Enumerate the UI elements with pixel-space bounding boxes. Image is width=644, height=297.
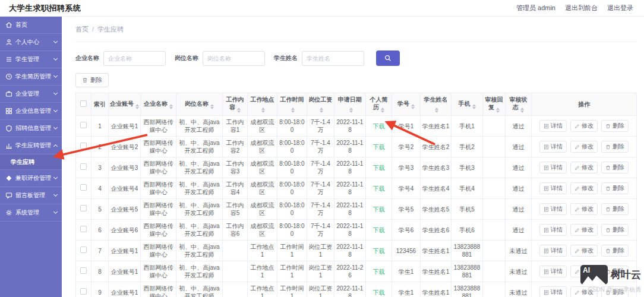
admin-user-label[interactable]: 管理员 admin bbox=[516, 4, 555, 12]
breadcrumb-home[interactable]: 首页 bbox=[75, 26, 89, 33]
delete-button[interactable]: 删除 bbox=[601, 141, 629, 153]
delete-button[interactable]: 删除 bbox=[601, 203, 629, 215]
delete-button[interactable]: 删除 bbox=[601, 245, 629, 257]
edit-button[interactable]: 修改 bbox=[570, 141, 598, 153]
column-header-salary[interactable]: 岗位工资 bbox=[307, 93, 334, 116]
delete-button[interactable]: 删除 bbox=[601, 162, 629, 173]
position-name-input[interactable] bbox=[203, 51, 265, 66]
cell-review-reply bbox=[483, 220, 506, 241]
student-name-input[interactable] bbox=[302, 51, 364, 66]
detail-button[interactable]: 详情 bbox=[539, 162, 567, 173]
row-checkbox[interactable] bbox=[80, 184, 87, 191]
sidebar-item-system-mgmt[interactable]: 系统管理 bbox=[0, 204, 62, 222]
row-checkbox[interactable] bbox=[80, 226, 87, 232]
sidebar-item-message-board-mgmt[interactable]: 留言板管理 bbox=[0, 187, 62, 204]
column-header-work-location[interactable]: 工作地点 bbox=[248, 93, 277, 116]
column-header-apply-date[interactable]: 申请日期 bbox=[334, 93, 366, 116]
sidebar-item-profile-center[interactable]: 个人中心 bbox=[0, 34, 62, 51]
edit-button[interactable]: 修改 bbox=[570, 162, 598, 173]
sidebar-item-enterprise-mgmt[interactable]: 企业管理 bbox=[0, 86, 62, 103]
user-icon bbox=[5, 39, 12, 46]
sort-caret-icon[interactable] bbox=[320, 108, 323, 113]
column-header-review-reply[interactable]: 审核回复 bbox=[483, 93, 506, 116]
column-header-label: 学生姓名 bbox=[424, 96, 448, 103]
detail-button[interactable]: 详情 bbox=[539, 266, 567, 277]
column-header-resume[interactable]: 个人简历 bbox=[366, 93, 392, 116]
sidebar-item-student-mgmt[interactable]: 学生管理 bbox=[0, 51, 62, 68]
sidebar-item-home[interactable]: 首页 bbox=[0, 17, 62, 34]
detail-button[interactable]: 详情 bbox=[539, 286, 567, 297]
detail-button[interactable]: 详情 bbox=[539, 224, 567, 236]
column-header-student-id[interactable]: 学号 bbox=[392, 93, 421, 116]
edit-button[interactable]: 修改 bbox=[570, 120, 598, 132]
sort-caret-icon[interactable] bbox=[237, 108, 241, 113]
cell-work-time: 8:00-18:00 bbox=[277, 116, 307, 137]
edit-button[interactable]: 修改 bbox=[570, 203, 598, 215]
sort-caret-icon[interactable] bbox=[381, 108, 384, 113]
download-link[interactable]: 下载 bbox=[373, 268, 385, 275]
sidebar-item-enterprise-info-mgmt[interactable]: 企业信息管理 bbox=[0, 103, 62, 120]
row-checkbox[interactable] bbox=[80, 143, 87, 149]
detail-button[interactable]: 详情 bbox=[539, 245, 567, 257]
sort-caret-icon[interactable] bbox=[496, 108, 500, 113]
row-checkbox[interactable] bbox=[80, 247, 87, 253]
column-header-enterprise-account[interactable]: 企业账号 bbox=[109, 93, 141, 116]
sidebar-item-recruit-info-mgmt[interactable]: 招聘信息管理 bbox=[0, 120, 62, 137]
column-header-work-time[interactable]: 工作时间 bbox=[277, 93, 307, 116]
sidebar-item-parttime-eval-mgmt[interactable]: 兼职评价管理 bbox=[0, 170, 62, 187]
delete-button[interactable]: 删除 bbox=[601, 182, 629, 194]
row-checkbox[interactable] bbox=[80, 267, 87, 274]
column-header-review-status[interactable]: 审核状态 bbox=[506, 93, 532, 116]
batch-delete-button[interactable]: 删除 bbox=[75, 73, 109, 87]
sort-caret-icon[interactable] bbox=[520, 108, 524, 113]
search-button[interactable] bbox=[376, 50, 400, 66]
row-checkbox[interactable] bbox=[80, 122, 87, 128]
edit-button[interactable]: 修改 bbox=[570, 245, 598, 257]
download-link[interactable]: 下载 bbox=[373, 144, 385, 150]
sort-caret-icon[interactable] bbox=[210, 104, 214, 109]
column-header-student-name[interactable]: 学生姓名 bbox=[421, 93, 452, 116]
sort-caret-icon[interactable] bbox=[411, 104, 415, 109]
edit-button[interactable]: 修改 bbox=[570, 224, 598, 236]
exit-to-front-link[interactable]: 退出到前台 bbox=[565, 4, 598, 12]
sort-caret-icon[interactable] bbox=[169, 104, 173, 109]
detail-icon bbox=[544, 207, 549, 212]
sort-caret-icon[interactable] bbox=[291, 108, 295, 113]
delete-button[interactable]: 删除 bbox=[601, 224, 629, 236]
delete-button[interactable]: 删除 bbox=[601, 120, 629, 132]
detail-button[interactable]: 详情 bbox=[539, 203, 567, 215]
column-header-work-content[interactable]: 工作内容 bbox=[223, 93, 248, 116]
download-link[interactable]: 下载 bbox=[373, 185, 385, 192]
sidebar-item-application-mgmt[interactable]: 学生应聘管理 bbox=[0, 137, 62, 154]
download-link[interactable]: 下载 bbox=[373, 165, 385, 171]
download-link[interactable]: 下载 bbox=[373, 206, 385, 213]
sort-caret-icon[interactable] bbox=[261, 108, 265, 113]
logout-link[interactable]: 退出登录 bbox=[607, 4, 633, 12]
sidebar-item-resume-mgmt[interactable]: 学生简历管理 bbox=[0, 68, 62, 86]
enterprise-name-input[interactable] bbox=[103, 51, 166, 66]
download-link[interactable]: 下载 bbox=[373, 227, 385, 233]
detail-button[interactable]: 详情 bbox=[539, 182, 567, 194]
edit-icon bbox=[574, 124, 580, 129]
download-link[interactable]: 下载 bbox=[373, 248, 385, 254]
row-checkbox[interactable] bbox=[80, 163, 87, 170]
row-checkbox[interactable] bbox=[80, 205, 87, 211]
gear-icon bbox=[5, 209, 12, 216]
cell-apply-date: 2022-11-18 bbox=[334, 241, 366, 261]
column-header-position-name[interactable]: 岗位名称 bbox=[176, 93, 223, 116]
row-checkbox[interactable] bbox=[80, 288, 87, 295]
chart-icon bbox=[5, 142, 12, 149]
edit-button[interactable]: 修改 bbox=[570, 182, 598, 194]
select-all-checkbox[interactable] bbox=[80, 100, 87, 107]
sort-caret-icon[interactable] bbox=[472, 104, 476, 109]
detail-button[interactable]: 详情 bbox=[539, 120, 567, 132]
column-header-phone[interactable]: 手机 bbox=[452, 93, 483, 116]
sidebar-item-student-application[interactable]: 学生应聘 bbox=[0, 154, 62, 170]
sort-caret-icon[interactable] bbox=[135, 104, 139, 109]
detail-button[interactable]: 详情 bbox=[539, 141, 567, 153]
download-link[interactable]: 下载 bbox=[373, 289, 385, 296]
sort-caret-icon[interactable] bbox=[349, 108, 353, 113]
download-link[interactable]: 下载 bbox=[373, 123, 385, 129]
sort-caret-icon[interactable] bbox=[435, 108, 438, 113]
column-header-enterprise-name[interactable]: 企业名称 bbox=[141, 93, 176, 116]
